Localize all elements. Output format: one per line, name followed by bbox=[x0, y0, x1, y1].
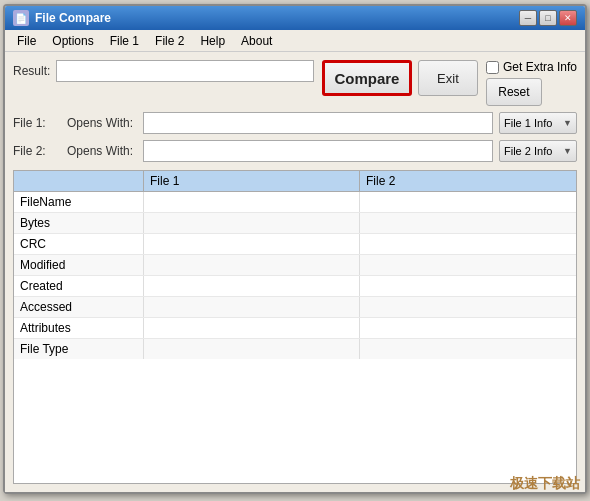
reset-button[interactable]: Reset bbox=[486, 78, 542, 106]
table-row: File Type bbox=[14, 339, 576, 359]
result-input[interactable] bbox=[56, 60, 314, 82]
file1-row: File 1: Opens With: File 1 Info ▼ bbox=[13, 112, 577, 134]
table-row: Bytes bbox=[14, 213, 576, 234]
extra-info-checkbox[interactable] bbox=[486, 61, 499, 74]
maximize-button[interactable]: □ bbox=[539, 10, 557, 26]
table-cell-6-1 bbox=[144, 318, 360, 338]
menu-file2[interactable]: File 2 bbox=[147, 32, 192, 50]
table-row: Modified bbox=[14, 255, 576, 276]
file1-dropdown-arrow: ▼ bbox=[563, 118, 572, 128]
menu-options[interactable]: Options bbox=[44, 32, 101, 50]
extra-info-row: Get Extra Info bbox=[486, 60, 577, 74]
result-label: Result: bbox=[13, 64, 50, 78]
table-cell-7-1 bbox=[144, 339, 360, 359]
toolbar-right: Get Extra Info Reset bbox=[486, 60, 577, 106]
table-header-col2: File 2 bbox=[360, 171, 576, 191]
window-controls: ─ □ ✕ bbox=[519, 10, 577, 26]
table-cell-3-2 bbox=[360, 255, 576, 275]
table-header: File 1 File 2 bbox=[14, 171, 576, 192]
title-bar: 📄 File Compare ─ □ ✕ bbox=[5, 6, 585, 30]
table-cell-7-2 bbox=[360, 339, 576, 359]
exit-button[interactable]: Exit bbox=[418, 60, 478, 96]
menu-about[interactable]: About bbox=[233, 32, 280, 50]
table-cell-3-0: Modified bbox=[14, 255, 144, 275]
file2-label: File 2: bbox=[13, 144, 61, 158]
window-icon: 📄 bbox=[13, 10, 29, 26]
table-cell-5-0: Accessed bbox=[14, 297, 144, 317]
main-content: Result: Compare Exit Get Extra Info Rese… bbox=[5, 52, 585, 492]
table-cell-0-1 bbox=[144, 192, 360, 212]
comparison-table: File 1 File 2 FileNameBytesCRCModifiedCr… bbox=[13, 170, 577, 484]
watermark: 极速下载站 bbox=[510, 475, 580, 493]
table-cell-3-1 bbox=[144, 255, 360, 275]
toolbar-buttons: Compare Exit bbox=[322, 60, 478, 96]
menu-file[interactable]: File bbox=[9, 32, 44, 50]
table-body: FileNameBytesCRCModifiedCreatedAccessedA… bbox=[14, 192, 576, 359]
file1-opens-with-label: Opens With: bbox=[67, 116, 133, 130]
table-cell-5-1 bbox=[144, 297, 360, 317]
table-cell-7-0: File Type bbox=[14, 339, 144, 359]
table-cell-1-1 bbox=[144, 213, 360, 233]
close-button[interactable]: ✕ bbox=[559, 10, 577, 26]
extra-info-label: Get Extra Info bbox=[503, 60, 577, 74]
minimize-button[interactable]: ─ bbox=[519, 10, 537, 26]
table-row: FileName bbox=[14, 192, 576, 213]
file1-info-button[interactable]: File 1 Info ▼ bbox=[499, 112, 577, 134]
compare-button[interactable]: Compare bbox=[322, 60, 412, 96]
menu-file1[interactable]: File 1 bbox=[102, 32, 147, 50]
file2-dropdown-arrow: ▼ bbox=[563, 146, 572, 156]
table-row: Created bbox=[14, 276, 576, 297]
file2-info-label: File 2 Info bbox=[504, 145, 552, 157]
file2-row: File 2: Opens With: File 2 Info ▼ bbox=[13, 140, 577, 162]
table-header-col0 bbox=[14, 171, 144, 191]
table-cell-2-0: CRC bbox=[14, 234, 144, 254]
file1-label: File 1: bbox=[13, 116, 61, 130]
table-header-col1: File 1 bbox=[144, 171, 360, 191]
table-cell-6-0: Attributes bbox=[14, 318, 144, 338]
table-cell-1-0: Bytes bbox=[14, 213, 144, 233]
table-cell-1-2 bbox=[360, 213, 576, 233]
table-cell-2-2 bbox=[360, 234, 576, 254]
table-row: CRC bbox=[14, 234, 576, 255]
menu-help[interactable]: Help bbox=[192, 32, 233, 50]
table-row: Accessed bbox=[14, 297, 576, 318]
table-cell-2-1 bbox=[144, 234, 360, 254]
table-cell-4-2 bbox=[360, 276, 576, 296]
menu-bar: File Options File 1 File 2 Help About bbox=[5, 30, 585, 52]
window-title: File Compare bbox=[35, 11, 111, 25]
table-cell-0-0: FileName bbox=[14, 192, 144, 212]
table-row: Attributes bbox=[14, 318, 576, 339]
file1-path-input[interactable] bbox=[143, 112, 493, 134]
table-cell-0-2 bbox=[360, 192, 576, 212]
table-cell-5-2 bbox=[360, 297, 576, 317]
table-cell-6-2 bbox=[360, 318, 576, 338]
table-cell-4-0: Created bbox=[14, 276, 144, 296]
file2-info-button[interactable]: File 2 Info ▼ bbox=[499, 140, 577, 162]
file2-path-input[interactable] bbox=[143, 140, 493, 162]
file1-info-label: File 1 Info bbox=[504, 117, 552, 129]
file2-opens-with-label: Opens With: bbox=[67, 144, 133, 158]
toolbar-row: Result: Compare Exit Get Extra Info Rese… bbox=[13, 60, 577, 106]
table-cell-4-1 bbox=[144, 276, 360, 296]
